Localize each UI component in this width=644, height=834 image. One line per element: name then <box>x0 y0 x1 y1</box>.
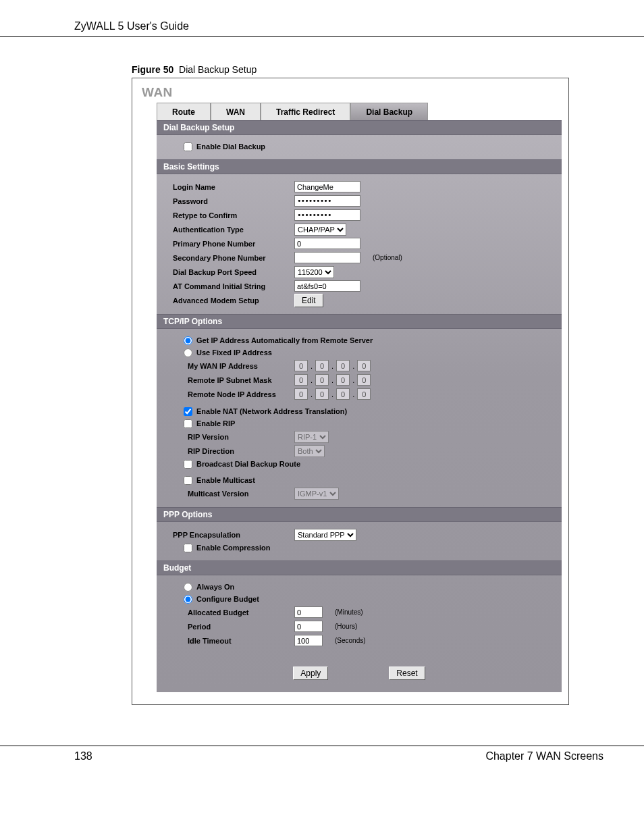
password-label: Password <box>173 197 294 205</box>
remote-node-2[interactable] <box>315 388 329 400</box>
enable-multicast-label: Enable Multicast <box>196 476 255 484</box>
ip-fixed-radio[interactable] <box>184 348 192 357</box>
broadcast-route-label: Broadcast Dial Backup Route <box>196 460 300 468</box>
remote-node-4[interactable] <box>357 388 371 400</box>
idle-timeout-input[interactable] <box>294 635 323 646</box>
multicast-version-label: Multicast Version <box>173 490 294 498</box>
primary-phone-input[interactable] <box>294 238 360 249</box>
screenshot-panel: WAN Route WAN Traffic Redirect Dial Back… <box>132 78 569 705</box>
at-cmd-input[interactable] <box>294 280 360 292</box>
primary-phone-label: Primary Phone Number <box>173 240 294 248</box>
allocated-budget-input[interactable] <box>294 606 323 618</box>
rip-version-select[interactable]: RIP-1 <box>294 431 329 443</box>
always-on-label: Always On <box>196 583 234 591</box>
section-tcpip: TCP/IP Options <box>157 314 562 329</box>
remote-node-3[interactable] <box>336 388 350 400</box>
auth-type-label: Authentication Type <box>173 226 294 234</box>
enable-dial-backup-checkbox[interactable] <box>184 142 192 151</box>
enable-rip-checkbox[interactable] <box>184 419 192 428</box>
remote-node-group: . . . <box>294 388 371 400</box>
remote-subnet-label: Remote IP Subnet Mask <box>173 376 294 384</box>
remote-subnet-group: . . . <box>294 374 371 386</box>
always-on-radio[interactable] <box>184 583 192 592</box>
idle-timeout-label: Idle Timeout <box>173 637 294 645</box>
chapter-label: Chapter 7 WAN Screens <box>485 750 603 762</box>
my-wan-ip-4[interactable] <box>357 360 371 371</box>
multicast-version-select[interactable]: IGMP-v1 <box>294 488 339 500</box>
password-input[interactable] <box>294 195 360 207</box>
page-number: 138 <box>74 750 92 762</box>
port-speed-label: Dial Backup Port Speed <box>173 268 294 276</box>
tab-traffic-redirect[interactable]: Traffic Redirect <box>261 103 350 120</box>
figure-label: Figure 50 <box>132 64 173 75</box>
rip-direction-select[interactable]: Both <box>294 445 325 457</box>
enable-compression-checkbox[interactable] <box>184 544 192 552</box>
remote-subnet-2[interactable] <box>315 374 329 386</box>
adv-modem-label: Advanced Modem Setup <box>173 296 294 305</box>
secondary-phone-suffix: (Optional) <box>373 254 402 261</box>
tab-bar: Route WAN Traffic Redirect Dial Backup <box>157 103 562 120</box>
remote-subnet-4[interactable] <box>357 374 371 386</box>
secondary-phone-input[interactable] <box>294 252 360 263</box>
broadcast-route-checkbox[interactable] <box>184 460 192 469</box>
remote-subnet-3[interactable] <box>336 374 350 386</box>
enable-dial-backup-label: Enable Dial Backup <box>196 142 265 151</box>
retype-input[interactable] <box>294 209 360 221</box>
reset-button[interactable]: Reset <box>389 667 425 680</box>
ip-auto-label: Get IP Address Automatically from Remote… <box>196 336 373 344</box>
figure-text: Dial Backup Setup <box>179 64 257 75</box>
page-footer: 138 Chapter 7 WAN Screens <box>0 746 644 762</box>
secondary-phone-label: Secondary Phone Number <box>173 254 294 262</box>
at-cmd-label: AT Command Initial String <box>173 282 294 290</box>
ip-auto-radio[interactable] <box>184 336 192 345</box>
allocated-budget-label: Allocated Budget <box>173 608 294 617</box>
figure-caption: Figure 50 Dial Backup Setup <box>0 64 644 75</box>
period-input[interactable] <box>294 621 323 632</box>
period-label: Period <box>173 623 294 631</box>
allocated-unit: (Minutes) <box>335 608 363 616</box>
tab-wan[interactable]: WAN <box>211 103 261 120</box>
port-speed-select[interactable]: 115200 <box>294 266 334 278</box>
doc-title: ZyWALL 5 User's Guide <box>74 20 189 32</box>
section-dial-backup-setup: Dial Backup Setup <box>157 120 562 135</box>
enable-compression-label: Enable Compression <box>196 544 270 552</box>
remote-node-1[interactable] <box>294 388 308 400</box>
my-wan-ip-1[interactable] <box>294 360 308 371</box>
section-budget: Budget <box>157 561 562 575</box>
enable-nat-label: Enable NAT (Network Address Translation) <box>196 407 347 415</box>
edit-button[interactable]: Edit <box>294 294 323 307</box>
tab-route[interactable]: Route <box>157 103 211 120</box>
doc-header: ZyWALL 5 User's Guide <box>0 20 644 37</box>
section-basic-settings: Basic Settings <box>157 159 562 174</box>
remote-subnet-1[interactable] <box>294 374 308 386</box>
section-ppp: PPP Options <box>157 507 562 522</box>
rip-version-label: RIP Version <box>173 433 294 441</box>
my-wan-ip-2[interactable] <box>315 360 329 371</box>
enable-multicast-checkbox[interactable] <box>184 476 192 485</box>
retype-label: Retype to Confirm <box>173 211 294 219</box>
my-wan-ip-3[interactable] <box>336 360 350 371</box>
apply-button[interactable]: Apply <box>293 667 328 680</box>
ppp-encap-label: PPP Encapsulation <box>173 531 294 539</box>
enable-rip-label: Enable RIP <box>196 419 235 427</box>
page-title: WAN <box>132 84 568 103</box>
enable-nat-checkbox[interactable] <box>184 407 192 416</box>
my-wan-ip-group: . . . <box>294 360 371 371</box>
idle-unit: (Seconds) <box>335 637 366 644</box>
ip-fixed-label: Use Fixed IP Address <box>196 348 272 357</box>
form-body: Dial Backup Setup Enable Dial Backup Bas… <box>157 120 562 692</box>
rip-direction-label: RIP Direction <box>173 447 294 455</box>
login-name-label: Login Name <box>173 183 294 191</box>
auth-type-select[interactable]: CHAP/PAP <box>294 224 346 236</box>
configure-budget-radio[interactable] <box>184 595 192 604</box>
remote-node-label: Remote Node IP Address <box>173 390 294 398</box>
login-name-input[interactable] <box>294 181 360 192</box>
my-wan-ip-label: My WAN IP Address <box>173 362 294 370</box>
configure-budget-label: Configure Budget <box>196 595 259 603</box>
period-unit: (Hours) <box>335 623 357 630</box>
tab-dial-backup[interactable]: Dial Backup <box>350 103 428 120</box>
ppp-encap-select[interactable]: Standard PPP <box>294 529 356 541</box>
